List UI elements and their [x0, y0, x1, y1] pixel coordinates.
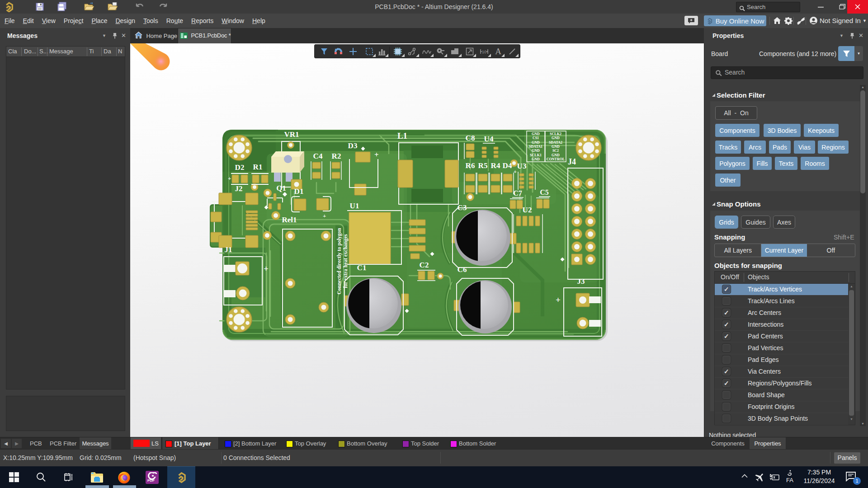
- svg-text:SC2: SC2: [552, 149, 559, 153]
- svg-text:U4: U4: [484, 135, 494, 143]
- svg-text:GND: GND: [532, 157, 540, 161]
- svg-text:C8: C8: [466, 134, 475, 142]
- svg-text:J1: J1: [225, 245, 232, 254]
- svg-text:GND: GND: [552, 136, 560, 140]
- svg-text:R2: R2: [332, 152, 341, 160]
- svg-text:C2: C2: [420, 261, 429, 269]
- svg-text:Connected directly to polygon: Connected directly to polygon: [336, 228, 342, 295]
- svg-text:C6: C6: [458, 265, 467, 274]
- svg-text:J4: J4: [568, 157, 576, 166]
- svg-text:+: +: [374, 150, 379, 159]
- svg-text:CONTROL: CONTROL: [547, 157, 565, 161]
- svg-text:J2: J2: [235, 184, 243, 193]
- svg-text:J3: J3: [577, 277, 585, 286]
- svg-text:GND: GND: [552, 145, 560, 149]
- svg-text:R5: R5: [478, 161, 488, 170]
- svg-text:D3: D3: [348, 141, 358, 150]
- svg-text:+: +: [264, 264, 269, 273]
- svg-text:SCLK1: SCLK1: [530, 153, 542, 157]
- svg-text:GND: GND: [532, 149, 540, 153]
- svg-text:R1: R1: [253, 163, 263, 171]
- svg-text:C5: C5: [540, 188, 549, 196]
- svg-text:C1: C1: [357, 263, 367, 272]
- svg-text:GND: GND: [552, 153, 560, 157]
- svg-text:U3: U3: [517, 162, 527, 170]
- svg-text:R6: R6: [466, 161, 475, 170]
- svg-text:R4: R4: [491, 161, 500, 170]
- svg-text:SDATA2: SDATA2: [549, 141, 562, 145]
- svg-text:GND: GND: [532, 141, 540, 145]
- svg-text:U1: U1: [350, 202, 359, 210]
- svg-text:+: +: [323, 212, 326, 219]
- svg-text:CS1: CS1: [533, 136, 539, 140]
- svg-text:C3: C3: [458, 203, 467, 212]
- svg-text:U2: U2: [523, 206, 532, 214]
- svg-text:Rel1: Rel1: [282, 216, 297, 224]
- svg-text:VR1: VR1: [284, 130, 299, 139]
- svg-text:Q1: Q1: [276, 184, 286, 192]
- svg-text:D2: D2: [235, 163, 245, 172]
- svg-text:GND: GND: [532, 132, 540, 136]
- svg-text:+: +: [228, 175, 231, 182]
- svg-text:L1: L1: [397, 131, 407, 141]
- svg-text:C7: C7: [513, 189, 522, 197]
- svg-text:+: +: [556, 295, 561, 305]
- svg-text:D1: D1: [294, 187, 304, 196]
- svg-text:SCLK2: SCLK2: [550, 132, 561, 136]
- svg-text:D4: D4: [503, 161, 512, 170]
- svg-text:+: +: [514, 169, 517, 175]
- svg-text:C4: C4: [313, 152, 323, 160]
- svg-text:SDATA1: SDATA1: [529, 145, 542, 149]
